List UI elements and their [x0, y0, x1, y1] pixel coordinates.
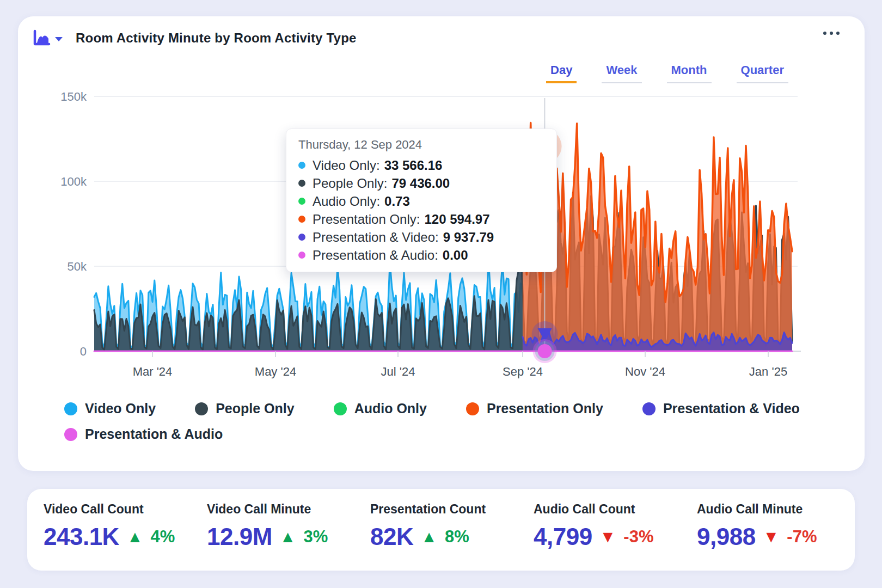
kpi-delta: 8%: [445, 527, 469, 547]
trend-up-icon: ▲: [280, 529, 296, 545]
kpi-summary-card: Video Call Count 243.1K ▲ 4% Video Call …: [27, 489, 855, 571]
tooltip-row: Presentation Only: 120 594.97: [298, 210, 544, 228]
svg-text:Jan '25: Jan '25: [749, 365, 787, 378]
series-dot-icon: [298, 234, 305, 241]
x-axis-ticks: [152, 351, 768, 357]
chart-tooltip: Thursday, 12 Sep 2024 Video Only: 33 566…: [286, 128, 557, 272]
legend-dot-icon: [642, 402, 656, 415]
svg-text:Mar '24: Mar '24: [133, 365, 173, 378]
series-dot-icon: [298, 252, 305, 259]
svg-text:50k: 50k: [68, 260, 87, 273]
svg-text:Jul '24: Jul '24: [381, 365, 415, 378]
tooltip-row: Presentation & Video: 9 937.79: [298, 228, 544, 246]
y-axis-labels: 150k 100k 50k 0: [60, 90, 87, 358]
kpi-value: 243.1K: [44, 523, 119, 550]
kpi-value: 82K: [370, 523, 413, 550]
tooltip-row: Audio Only: 0.73: [298, 192, 544, 210]
dashboard: { "header": { "title": "Room Activity Mi…: [0, 0, 882, 588]
tooltip-row: People Only: 79 436.00: [298, 174, 544, 192]
x-axis-labels: Mar '24 May '24 Jul '24 Sep '24 Nov '24 …: [133, 365, 787, 378]
legend-dot-icon: [334, 402, 347, 415]
chart-card: Room Activity Minute by Room Activity Ty…: [18, 16, 865, 471]
series-dot-icon: [298, 198, 305, 205]
svg-text:0: 0: [80, 345, 87, 358]
kpi-value: 9,988: [697, 523, 756, 550]
legend-item-presentation-only[interactable]: Presentation Only: [466, 401, 603, 416]
series-dot-icon: [298, 162, 305, 169]
trend-up-icon: ▲: [421, 529, 437, 545]
kpi-delta: -3%: [623, 527, 653, 547]
kpi-audio-call-minute: Audio Call Minute 9,988 ▼ -7%: [689, 502, 852, 550]
legend-dot-icon: [195, 402, 208, 415]
kpi-video-call-count: Video Call Count 243.1K ▲ 4%: [35, 502, 199, 550]
legend-dot-icon: [64, 428, 77, 441]
trend-up-icon: ▲: [127, 529, 143, 545]
series-dot-icon: [298, 180, 305, 187]
legend-item-video-only[interactable]: Video Only: [64, 401, 156, 416]
kpi-presentation-count: Presentation Count 82K ▲ 8%: [362, 502, 525, 550]
svg-text:Sep '24: Sep '24: [503, 365, 543, 378]
kpi-audio-call-count: Audio Call Count 4,799 ▼ -3%: [525, 502, 689, 550]
legend-dot-icon: [64, 402, 77, 415]
svg-text:Nov '24: Nov '24: [625, 365, 665, 378]
kpi-value: 12.9M: [207, 523, 272, 550]
legend-item-presentation-video[interactable]: Presentation & Video: [642, 401, 800, 416]
kpi-delta: -7%: [787, 527, 817, 547]
tooltip-date: Thursday, 12 Sep 2024: [298, 138, 544, 152]
tooltip-row: Presentation & Audio: 0.00: [298, 246, 544, 264]
series-dot-icon: [298, 216, 305, 223]
svg-text:May '24: May '24: [255, 365, 296, 378]
kpi-delta: 3%: [304, 527, 328, 547]
legend-item-audio-only[interactable]: Audio Only: [334, 401, 427, 416]
trend-down-icon: ▼: [763, 529, 780, 545]
svg-text:100k: 100k: [60, 175, 87, 188]
tooltip-row: Video Only: 33 566.16: [298, 156, 544, 174]
kpi-delta: 4%: [151, 527, 175, 547]
legend-item-people-only[interactable]: People Only: [195, 401, 294, 416]
svg-text:150k: 150k: [60, 90, 87, 103]
kpi-video-call-minute: Video Call Minute 12.9M ▲ 3%: [199, 502, 362, 550]
trend-down-icon: ▼: [600, 529, 616, 545]
kpi-value: 4,799: [534, 523, 592, 550]
legend-dot-icon: [466, 402, 479, 415]
chart-legend: Video Only People Only Audio Only Presen…: [64, 401, 848, 442]
legend-item-presentation-audio[interactable]: Presentation & Audio: [64, 426, 223, 442]
